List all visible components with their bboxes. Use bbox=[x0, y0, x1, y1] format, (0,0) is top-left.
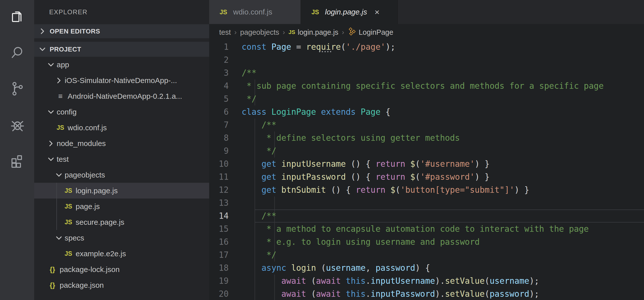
code-token bbox=[356, 107, 361, 117]
line-number[interactable]: 1 bbox=[209, 41, 242, 54]
tree-folder-ios-simulator-nativedemoapp-[interactable]: iOS-Simulator-NativeDemoApp-... bbox=[34, 73, 209, 88]
code-token bbox=[242, 289, 281, 299]
breadcrumb-separator: › bbox=[282, 28, 285, 36]
code-token bbox=[341, 289, 346, 299]
tab-login-page-js[interactable]: JSlogin.page.js× bbox=[301, 0, 398, 24]
code-line-9[interactable]: 9 */ bbox=[209, 144, 644, 158]
source-control-icon[interactable] bbox=[9, 80, 25, 96]
line-number[interactable]: 18 bbox=[209, 261, 242, 274]
code-token: inputUsername bbox=[281, 159, 346, 169]
tree-file-wdio-conf-js[interactable]: JSwdio.conf.js bbox=[34, 120, 209, 135]
code-line-13[interactable]: 13 bbox=[209, 197, 644, 210]
code-token: . bbox=[366, 276, 371, 286]
tree-item-label: iOS-Simulator-NativeDemoApp-... bbox=[65, 76, 177, 85]
chevron-down-icon bbox=[38, 45, 47, 54]
section-project[interactable]: PROJECT bbox=[34, 42, 209, 57]
line-number[interactable]: 13 bbox=[209, 197, 242, 210]
line-number[interactable]: 3 bbox=[209, 67, 242, 79]
code-line-11[interactable]: 11 get inputPassword () { return $('#pas… bbox=[209, 171, 644, 184]
code-token bbox=[386, 185, 390, 195]
line-number[interactable]: 5 bbox=[209, 92, 242, 105]
code-line-5[interactable]: 5 */ bbox=[209, 92, 644, 105]
code-line-10[interactable]: 10 get inputUsername () { return $('#use… bbox=[209, 158, 644, 171]
tree-folder-test[interactable]: test bbox=[34, 151, 209, 167]
line-number[interactable]: 8 bbox=[209, 131, 242, 144]
code-token bbox=[266, 42, 271, 52]
tree-file-secure-page-js[interactable]: JSsecure.page.js bbox=[34, 214, 209, 230]
tree-file-login-page-js[interactable]: JSlogin.page.js bbox=[34, 183, 209, 199]
code-token: , bbox=[366, 263, 376, 273]
line-number[interactable]: 19 bbox=[209, 274, 242, 287]
line-number[interactable]: 20 bbox=[209, 287, 242, 300]
code-line-16[interactable]: 16 * e.g. to login using username and pa… bbox=[209, 235, 644, 248]
line-number[interactable]: 10 bbox=[209, 158, 242, 171]
code-token bbox=[276, 172, 281, 182]
code-line-12[interactable]: 12 get btnSubmit () { return $('button[t… bbox=[209, 184, 644, 197]
code-line-2[interactable]: 2 bbox=[209, 54, 644, 67]
line-number[interactable]: 9 bbox=[209, 144, 242, 158]
code-token: inputPassword bbox=[281, 172, 346, 182]
code-line-8[interactable]: 8 * define selectors using getter method… bbox=[209, 131, 644, 144]
code-token: setValue bbox=[445, 289, 485, 299]
code-line-6[interactable]: 6class LoginPage extends Page { bbox=[209, 105, 644, 118]
code-token: './page' bbox=[346, 42, 386, 52]
code-token: '#username' bbox=[420, 159, 475, 169]
code-line-14[interactable]: 14 /** bbox=[209, 210, 644, 223]
code-token: * define selectors using getter methods bbox=[242, 133, 460, 143]
line-number[interactable]: 2 bbox=[209, 54, 242, 67]
section-open-editors[interactable]: OPEN EDITORS bbox=[34, 24, 209, 38]
tab-wdio-conf-js[interactable]: JSwdio.conf.js bbox=[209, 0, 301, 24]
tree-item-label: specs bbox=[65, 234, 84, 242]
code-token: ) { bbox=[415, 263, 430, 273]
code-line-1[interactable]: 1const Page = require('./page'); bbox=[209, 41, 644, 54]
code-line-7[interactable]: 7 /** bbox=[209, 118, 644, 131]
tree-file-example-e2e-js[interactable]: JSexample.e2e.js bbox=[34, 246, 209, 261]
tree-folder-node-modules[interactable]: node_modules bbox=[34, 135, 209, 151]
line-number[interactable]: 6 bbox=[209, 105, 242, 118]
debug-icon[interactable] bbox=[9, 116, 25, 132]
search-icon[interactable] bbox=[9, 45, 25, 61]
code-token: inputPassword bbox=[371, 289, 435, 299]
line-number[interactable]: 14 bbox=[209, 210, 242, 223]
code-line-18[interactable]: 18 async login (username, password) { bbox=[209, 261, 644, 274]
breadcrumb-item-test[interactable]: test bbox=[219, 28, 231, 37]
code-token: ). bbox=[435, 289, 445, 299]
tree-item-label: secure.page.js bbox=[76, 218, 124, 226]
code-line-17[interactable]: 17 */ bbox=[209, 248, 644, 261]
chevron-down-icon bbox=[55, 171, 63, 179]
line-number[interactable]: 16 bbox=[209, 235, 242, 248]
extensions-icon[interactable] bbox=[9, 153, 25, 169]
code-line-20[interactable]: 20 await (await this.inputPassword).setV… bbox=[209, 287, 644, 300]
line-number[interactable]: 11 bbox=[209, 171, 242, 184]
js-icon: JS bbox=[65, 250, 72, 257]
tree-folder-pageobjects[interactable]: pageobjects bbox=[34, 167, 209, 183]
line-number[interactable]: 4 bbox=[209, 79, 242, 92]
line-number[interactable]: 17 bbox=[209, 248, 242, 261]
code-line-15[interactable]: 15 * a method to encapsule automation co… bbox=[209, 223, 644, 235]
close-icon[interactable]: × bbox=[374, 7, 380, 17]
breadcrumb-item-login-page-js[interactable]: JSlogin.page.js bbox=[288, 28, 338, 37]
tree-folder-config[interactable]: config bbox=[34, 104, 209, 120]
code-token: * sub page containing specific selectors… bbox=[242, 81, 604, 91]
tree-file-package-json[interactable]: {}package.json bbox=[34, 277, 209, 293]
code-editor[interactable]: 1const Page = require('./page');23/**4 *… bbox=[209, 41, 644, 300]
code-line-19[interactable]: 19 await (await this.inputUsername).setV… bbox=[209, 274, 644, 287]
breadcrumb-item-loginpage[interactable]: LoginPage bbox=[348, 27, 394, 38]
line-number[interactable]: 15 bbox=[209, 223, 242, 235]
tree-file-package-lock-json[interactable]: {}package-lock.json bbox=[34, 261, 209, 277]
code-token: ( bbox=[415, 159, 420, 169]
section-label: PROJECT bbox=[50, 46, 81, 53]
breadcrumb-item-pageobjects[interactable]: pageobjects bbox=[240, 28, 279, 37]
code-line-4[interactable]: 4 * sub page containing specific selecto… bbox=[209, 79, 644, 92]
tree-file-android-nativedemoapp-0-2-1-a-[interactable]: ≡Android-NativeDemoApp-0.2.1.a... bbox=[34, 88, 209, 104]
json-icon: {} bbox=[50, 265, 55, 273]
line-number[interactable]: 12 bbox=[209, 184, 242, 197]
files-icon[interactable] bbox=[9, 9, 25, 25]
code-token: Page bbox=[361, 107, 380, 117]
tree-file-page-js[interactable]: JSpage.js bbox=[34, 199, 209, 214]
tree-folder-app[interactable]: app bbox=[34, 57, 209, 73]
js-icon: JS bbox=[65, 187, 72, 194]
line-number[interactable]: 7 bbox=[209, 118, 242, 131]
tree-folder-specs[interactable]: specs bbox=[34, 230, 209, 246]
code-line-3[interactable]: 3/** bbox=[209, 67, 644, 79]
